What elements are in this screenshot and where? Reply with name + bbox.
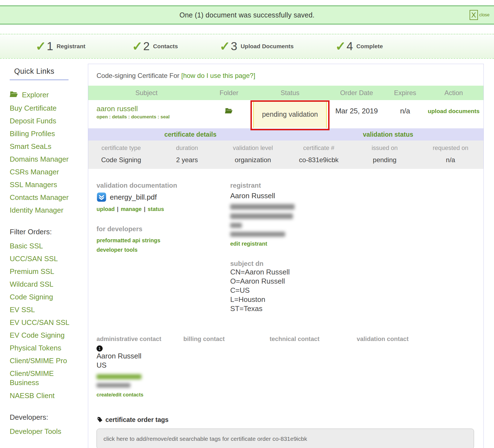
detail-header-certificate-type: certificate type [88,144,154,152]
registrant-heading: registrant [230,182,483,189]
certificate-order-tags-section: certificate order tags click here to add… [88,416,483,448]
column-header-action: Action [424,89,483,97]
step-number: 3 [231,40,237,52]
tag-icon [97,417,103,423]
check-icon: ✓ [220,40,230,53]
manage-link[interactable]: manage [121,206,142,212]
success-banner: One (1) document was successfully saved.… [0,6,494,24]
sidebar-item-ucc-san-ssl[interactable]: UCC/SAN SSL [10,252,78,265]
detail-header-certificate-number: certificate # [286,144,352,152]
column-header-expires: Expires [386,89,424,97]
documentation-links: upload|manage|status [97,206,230,212]
technical-contact-heading: technical contact [270,335,357,343]
validation-status-band-label: validation status [293,131,483,138]
folder-open-icon[interactable] [225,107,233,114]
subject-dn-o: O=Aaron Russell [230,277,483,286]
status-cell: pending validation [253,100,327,128]
upload-link[interactable]: upload [97,206,115,212]
upload-documents-link[interactable]: upload documents [428,108,480,114]
contact-count-badge: 1 [97,345,103,352]
sidebar-item-ev-code-signing[interactable]: EV Code Signing [10,329,78,342]
sidebar-item-deposit-funds[interactable]: Deposit Funds [10,114,78,127]
detail-value-certificate-type: Code Signing [88,156,154,164]
step-label: Upload Documents [240,43,293,50]
redacted-text [230,223,242,228]
validation-contact-heading: validation contact [357,335,483,343]
sidebar-item-ev-ucc-san-ssl[interactable]: EV UCC/SAN SSL [10,316,78,329]
detail-value-validation-level: organization [220,156,286,164]
sidebar-item-ssl-managers[interactable]: SSL Managers [10,178,78,191]
sidebar-item-contacts-manager[interactable]: Contacts Manager [10,191,78,204]
registrant-name: Aaron Russell [230,192,483,200]
preformatted-api-strings-link[interactable]: preformatted api strings [97,236,230,245]
sidebar-item-domains-manager[interactable]: Domains Manager [10,153,78,166]
section-band: certificate details validation status [88,128,483,141]
check-icon: ✓ [132,40,143,53]
banner-close-button[interactable]: X close [470,6,490,24]
column-header-folder: Folder [205,89,253,97]
sidebar-item-identity-manager[interactable]: Identity Manager [10,204,78,217]
detail-value-certificate-number: co-831e9icbk [286,156,352,164]
developers-heading: Developers: [10,413,78,422]
sidebar-item-premium-ssl[interactable]: Premium SSL [10,265,78,278]
step-contacts[interactable]: ✓ 2 Contacts [132,40,178,53]
detail-header-issued-on: issued on [352,144,418,152]
create-edit-contacts-link[interactable]: create/edit contacts [97,392,183,398]
contact-name: Aaron Russell [97,352,183,361]
subject-dn-st: ST=Texas [230,304,483,313]
page-title: Code-signing Certificate For [how do I u… [88,64,483,86]
edit-registrant-link[interactable]: edit registrant [230,241,483,247]
tags-input[interactable]: click here to add/remove/edit searchable… [97,429,474,448]
uploaded-file-name: energy_bill.pdf [110,193,157,202]
redacted-text [230,213,293,219]
close-label: close [479,12,490,17]
status-link[interactable]: status [148,206,164,212]
step-upload-documents[interactable]: ✓ 3 Upload Documents [220,40,294,53]
sidebar-item-explorer[interactable]: Explorer [10,88,78,102]
detail-header-duration: duration [154,144,220,152]
administrative-contact-heading: administrative contact [97,335,183,343]
tags-placeholder: click here to add/remove/edit searchable… [103,436,307,442]
tags-heading: certificate order tags [105,416,169,424]
subject-link[interactable]: aaron russell [97,105,205,113]
step-complete[interactable]: ✓ 4 Complete [335,40,383,53]
detail-header-validation-level: validation level [220,144,286,152]
sidebar-item-client-smime-business[interactable]: Client/SMIME Business [10,367,60,389]
step-label: Complete [356,43,383,50]
filter-orders-heading: Filter Orders: [10,228,78,236]
sidebar-item-buy-certificate[interactable]: Buy Certificate [10,102,78,114]
certificate-panel: Code-signing Certificate For [how do I u… [88,64,484,448]
redacted-text [230,204,295,210]
sidebar-item-csrs-manager[interactable]: CSRs Manager [10,166,78,178]
validation-documentation-heading: validation documentation [97,182,230,189]
developer-tools-link[interactable]: developer tools [97,245,230,254]
step-registrant[interactable]: ✓ 1 Registrant [36,40,85,53]
sidebar-item-smart-seals[interactable]: Smart SeaLs [10,140,78,153]
sidebar-item-code-signing[interactable]: Code Signing [10,291,78,303]
sidebar-item-label[interactable]: Explorer [22,91,49,99]
sidebar-item-client-smime-pro[interactable]: Client/SMIME Pro [10,354,78,367]
sidebar-item-basic-ssl[interactable]: Basic SSL [10,240,78,252]
step-label: Contacts [153,43,178,50]
folder-cell[interactable] [205,100,253,128]
close-icon[interactable]: X [470,10,478,20]
status-badge: pending validation [262,110,318,118]
validation-contact-column: validation contact [357,335,483,398]
sidebar-item-billing-profiles[interactable]: Billing Profiles [10,127,78,140]
redacted-text [97,383,130,388]
sidebar-item-ev-ssl[interactable]: EV SSL [10,303,78,316]
order-table-header: Subject Folder Status Order Date Expires… [88,86,483,100]
subject-sub-links[interactable]: open : details : documents : seal [97,114,205,120]
redacted-text [230,232,285,237]
subject-dn-heading: subject dn [230,260,483,268]
step-label: Registrant [57,43,85,50]
detail-value-requested-on: n/a [418,156,484,164]
sidebar-item-naesb-client[interactable]: NAESB Client [10,389,78,402]
for-developers-heading: for developers [97,225,230,233]
sidebar-item-physical-tokens[interactable]: Physical Tokens [10,342,78,354]
sidebar-item-wildcard-ssl[interactable]: Wildcard SSL [10,278,78,291]
subject-dn-cn: CN=Aaron Russell [230,268,483,277]
help-link[interactable]: [how do I use this page?] [181,72,255,79]
detail-value-issued-on: pending [352,156,418,164]
sidebar-item-developer-tools[interactable]: Developer Tools [10,425,78,438]
